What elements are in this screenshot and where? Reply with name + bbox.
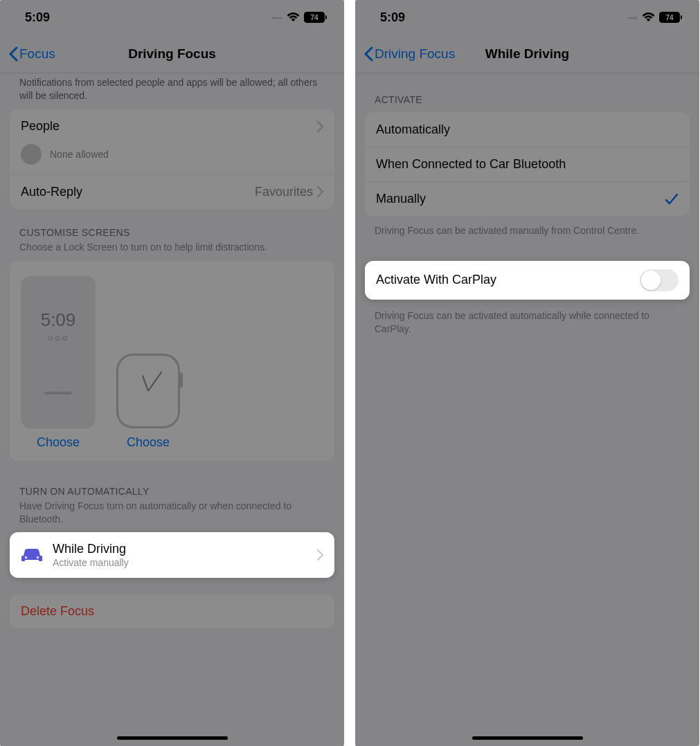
- delete-focus-button[interactable]: Delete Focus: [10, 594, 334, 628]
- back-button[interactable]: Driving Focus: [364, 46, 455, 62]
- activate-group: Automatically When Connected to Car Blue…: [365, 112, 690, 216]
- chevron-right-icon: [317, 121, 323, 132]
- activate-footer: Driving Focus can be activated manually …: [365, 220, 690, 242]
- cellular-icon: ••••: [272, 15, 282, 21]
- home-indicator[interactable]: [472, 736, 583, 740]
- status-bar: 5:09 •••• 74: [0, 0, 344, 35]
- back-button[interactable]: Focus: [8, 46, 55, 62]
- carplay-footer: Driving Focus can be activated automatic…: [365, 305, 690, 340]
- while-driving-row[interactable]: While Driving Activate manually: [10, 532, 334, 578]
- car-icon: [21, 547, 43, 563]
- toggle-knob: [641, 271, 661, 290]
- carplay-label: Activate With CarPlay: [376, 273, 640, 287]
- cellular-icon: ••ıı: [628, 15, 638, 21]
- battery-icon: 74: [304, 12, 325, 23]
- option-label: Manually: [376, 192, 665, 206]
- nav-bar: Focus Driving Focus: [0, 35, 344, 73]
- while-driving-label: While Driving: [53, 542, 307, 556]
- activate-header: ACTIVATE: [365, 90, 690, 108]
- checkmark-icon: [665, 193, 679, 206]
- screens-card: 5:09 ○○○ Choose Choose: [10, 261, 334, 461]
- activate-manually-row[interactable]: Manually: [365, 181, 690, 216]
- auto-header: TURN ON AUTOMATICALLY: [10, 482, 334, 500]
- people-label: People: [21, 119, 317, 134]
- preview-homebar: [44, 392, 72, 394]
- while-driving-sub: Activate manually: [53, 557, 307, 568]
- option-label: Automatically: [376, 122, 679, 137]
- chevron-left-icon: [364, 46, 373, 62]
- people-none: None allowed: [10, 144, 334, 174]
- choose-lockscreen-button[interactable]: Choose: [37, 435, 80, 450]
- watch-preview[interactable]: [116, 354, 180, 428]
- svg-point-0: [25, 556, 27, 558]
- activate-carplay-row[interactable]: Activate With CarPlay: [365, 261, 690, 300]
- auto-reply-value: Favourites: [255, 185, 313, 199]
- preview-widgets: ○○○: [47, 332, 69, 343]
- wifi-icon: [287, 12, 300, 22]
- page-title: While Driving: [485, 46, 569, 62]
- lockscreen-preview[interactable]: 5:09 ○○○: [21, 276, 96, 428]
- option-label: When Connected to Car Bluetooth: [376, 157, 679, 172]
- customise-sub: Choose a Lock Screen to turn on to help …: [10, 241, 334, 261]
- auto-reply-label: Auto-Reply: [21, 185, 255, 199]
- screenshot-right: 5:09 ••ıı 74 Driving Focus While Driving…: [355, 0, 699, 746]
- status-bar: 5:09 ••ıı 74: [355, 0, 699, 35]
- auto-reply-row[interactable]: Auto-Reply Favourites: [10, 174, 334, 209]
- chevron-right-icon: [317, 186, 323, 197]
- page-title: Driving Focus: [128, 46, 216, 62]
- chevron-right-icon: [317, 549, 323, 561]
- notifications-description: Notifications from selected people and a…: [10, 73, 334, 109]
- battery-icon: 74: [659, 12, 680, 23]
- svg-point-1: [37, 556, 39, 558]
- status-time: 5:09: [25, 10, 50, 25]
- carplay-toggle[interactable]: [640, 269, 679, 291]
- auto-sub: Have Driving Focus turn on automatically…: [10, 500, 334, 533]
- nav-bar: Driving Focus While Driving: [355, 35, 699, 73]
- avatar-placeholder: [21, 144, 42, 165]
- none-allowed-label: None allowed: [50, 149, 109, 160]
- back-label: Driving Focus: [375, 46, 455, 62]
- status-time: 5:09: [380, 10, 405, 25]
- wifi-icon: [642, 12, 655, 22]
- activate-bluetooth-row[interactable]: When Connected to Car Bluetooth: [365, 147, 690, 181]
- home-indicator[interactable]: [117, 736, 228, 740]
- people-row[interactable]: People: [10, 109, 334, 144]
- screenshot-left: 5:09 •••• 74 Focus Driving Focus Notific…: [0, 0, 344, 746]
- choose-watch-button[interactable]: Choose: [127, 435, 170, 450]
- delete-focus-label: Delete Focus: [21, 604, 94, 618]
- chevron-left-icon: [8, 46, 18, 62]
- allowed-group: People None allowed Auto-Reply Favourite…: [10, 109, 334, 209]
- back-label: Focus: [19, 46, 55, 62]
- activate-automatically-row[interactable]: Automatically: [365, 112, 690, 147]
- customise-header: CUSTOMISE SCREENS: [10, 223, 334, 241]
- preview-time: 5:09: [41, 309, 76, 331]
